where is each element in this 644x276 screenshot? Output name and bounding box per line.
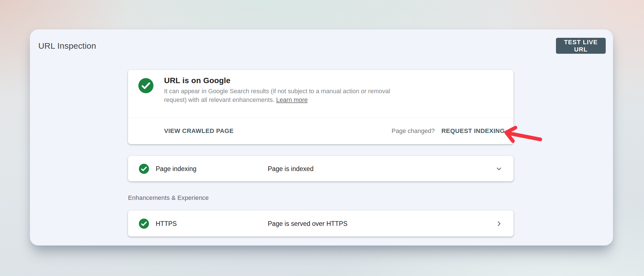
url-inspection-panel: URL Inspection TEST LIVE URL URL is on G… — [30, 29, 613, 245]
section-enhancements-label: Enhancements & Experience — [128, 194, 209, 202]
view-crawled-page-link[interactable]: VIEW CRAWLED PAGE — [164, 127, 234, 135]
page-title: URL Inspection — [38, 41, 96, 51]
chevron-right-icon[interactable] — [495, 220, 503, 228]
https-row[interactable]: HTTPS Page is served over HTTPS — [128, 210, 513, 237]
learn-more-link[interactable]: Learn more — [276, 96, 308, 103]
https-status: Page is served over HTTPS — [268, 220, 347, 227]
result-card: URL is on Google It can appear in Google… — [128, 70, 513, 144]
page-indexing-status: Page is indexed — [268, 165, 314, 172]
result-status-title: URL is on Google — [164, 76, 231, 85]
test-live-url-button[interactable]: TEST LIVE URL — [556, 38, 606, 54]
page-indexing-label: Page indexing — [156, 165, 196, 172]
check-circle-icon — [138, 78, 153, 93]
red-arrow-annotation-icon — [502, 124, 544, 147]
page-changed-label: Page changed? — [392, 127, 435, 135]
request-indexing-link[interactable]: REQUEST INDEXING — [441, 127, 505, 135]
check-circle-icon — [139, 164, 149, 174]
page-indexing-row[interactable]: Page indexing Page is indexed — [128, 156, 513, 181]
action-row: VIEW CRAWLED PAGE Page changed? REQUEST … — [128, 118, 513, 144]
chevron-down-icon[interactable] — [495, 165, 503, 173]
https-label: HTTPS — [156, 220, 177, 227]
check-circle-icon — [139, 219, 149, 229]
result-description: It can appear in Google Search results (… — [164, 87, 407, 104]
